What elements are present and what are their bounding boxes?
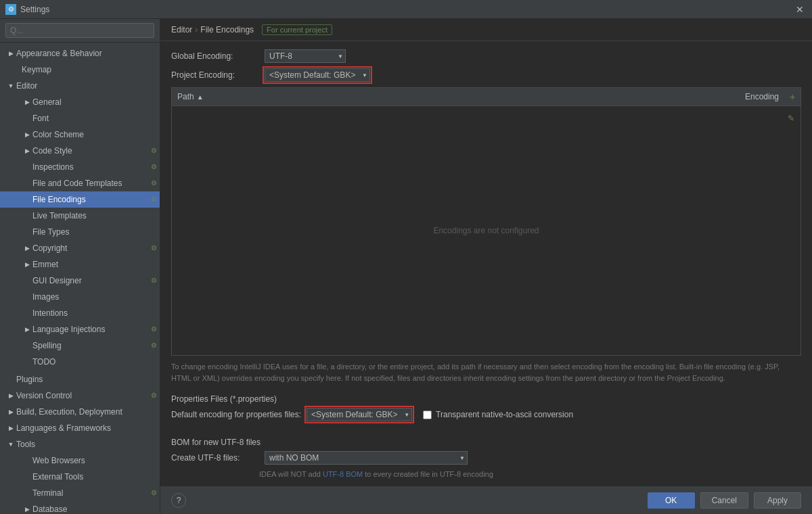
sidebar-item-version-control[interactable]: ▶ Version Control ⚙ [0,388,160,404]
sidebar-item-todo[interactable]: TODO [0,354,160,370]
sidebar-item-web-browsers[interactable]: Web Browsers [0,452,160,469]
nav-tree: ▶ Appearance & Behavior Keymap ▼ Editor … [0,43,160,514]
sidebar-item-label: Live Templates [32,209,160,223]
sidebar-item-label: Plugins [16,373,160,386]
sidebar-item-label: Database [32,503,160,514]
global-encoding-select[interactable]: UTF-8 [265,49,346,63]
arrow-icon: ▶ [5,421,16,435]
sidebar-item-images[interactable]: Images [0,289,160,305]
encodings-table: Path ▲ Encoding + Encodings are not conf… [171,87,801,356]
sidebar-item-gui-designer[interactable]: GUI Designer ⚙ [0,273,160,289]
path-label: Path [177,92,194,101]
sidebar-item-languages-frameworks[interactable]: ▶ Languages & Frameworks [0,420,160,436]
sidebar-item-editor[interactable]: ▼ Editor [0,78,160,94]
sidebar-item-label: Appearance & Behavior [16,47,160,60]
sidebar-item-inspections[interactable]: Inspections ⚙ [0,159,160,175]
sidebar-item-file-types[interactable]: File Types [0,224,160,240]
sidebar-item-label: Font [32,112,160,125]
settings-icon: ⚙ [148,241,160,255]
apply-button[interactable]: Apply [754,492,801,509]
sidebar-item-database[interactable]: ▶ Database [0,501,160,514]
sidebar-item-code-style[interactable]: ▶ Code Style ⚙ [0,143,160,159]
sidebar-item-plugins[interactable]: Plugins [0,371,160,388]
sidebar-item-label: File and Code Templates [32,177,148,190]
path-column-header[interactable]: Path ▲ [172,91,703,103]
sidebar-item-general[interactable]: ▶ General [0,94,160,110]
sidebar-item-language-injections[interactable]: ▶ Language Injections ⚙ [0,321,160,337]
sidebar-item-label: Copyright [32,241,148,255]
settings-content: Global Encoding: UTF-8 Project Encoding:… [160,41,812,486]
search-box [0,19,160,43]
sidebar-item-file-encodings[interactable]: File Encodings ⚙ [0,191,160,208]
sort-arrow-icon: ▲ [197,93,204,101]
properties-encoding-select-wrapper: <System Default: GBK> [307,408,412,421]
arrow-icon: ▶ [5,389,16,402]
properties-encoding-select[interactable]: <System Default: GBK> [307,408,412,421]
sidebar-item-label: Spelling [32,339,148,352]
search-input[interactable] [5,23,154,38]
sidebar-item-label: Terminal [32,486,148,500]
global-encoding-label: Global Encoding: [171,51,259,61]
sidebar-item-label: TODO [32,355,160,369]
settings-icon: ⚙ [148,339,160,352]
sidebar-item-label: Images [32,290,160,304]
sidebar-item-label: Web Browsers [32,454,160,467]
sidebar-item-label: File Types [32,225,160,239]
properties-encoding-row: Default encoding for properties files: <… [171,408,801,421]
properties-section-title: Properties Files (*.properties) [171,394,801,404]
sidebar-item-label: Code Style [32,144,148,158]
sidebar-item-label: Inspections [32,160,148,174]
main-layout: ▶ Appearance & Behavior Keymap ▼ Editor … [0,19,812,514]
sidebar-item-font[interactable]: Font [0,110,160,126]
transparent-checkbox[interactable] [423,411,432,419]
settings-icon: ⚙ [148,389,160,402]
sidebar-item-label: External Tools [32,470,160,484]
sidebar-item-appearance[interactable]: ▶ Appearance & Behavior [0,45,160,62]
edit-button[interactable]: ✎ [784,112,798,125]
title-bar: ⚙ Settings ✕ [0,0,812,19]
project-encoding-select[interactable]: <System Default: GBK> [265,68,370,82]
utf8-bom-link[interactable]: UTF-8 BOM [323,470,363,478]
content-area: Editor › File Encodings For current proj… [160,19,812,514]
info-text: To change encoding IntelliJ IDEA uses fo… [171,361,801,383]
sidebar-item-label: GUI Designer [32,274,148,287]
breadcrumb-parent: Editor [171,25,192,34]
sidebar-item-label: File Encodings [32,193,148,206]
table-header: Path ▲ Encoding + [172,88,800,106]
close-button[interactable]: ✕ [793,3,807,16]
sidebar-item-tools[interactable]: ▼ Tools [0,436,160,452]
arrow-icon: ▶ [22,144,32,158]
bottom-bar: ? OK Cancel Apply [160,486,812,514]
sidebar-item-file-code-templates[interactable]: File and Code Templates ⚙ [0,175,160,191]
sidebar-item-intentions[interactable]: Intentions [0,305,160,321]
settings-icon: ⚙ [148,160,160,174]
project-encoding-row: Project Encoding: <System Default: GBK> [171,68,801,82]
sidebar-item-terminal[interactable]: Terminal ⚙ [0,485,160,501]
sidebar-item-label: Language Injections [32,323,148,336]
sidebar-item-external-tools[interactable]: External Tools [0,469,160,485]
sidebar-item-label: General [32,95,160,109]
sidebar-item-copyright[interactable]: ▶ Copyright ⚙ [0,240,160,256]
arrow-icon: ▶ [22,503,32,514]
arrow-icon: ▶ [22,95,32,109]
add-encoding-button[interactable]: + [784,91,800,102]
breadcrumb-current: File Encodings [200,25,254,34]
arrow-icon: ▶ [22,241,32,255]
cancel-button[interactable]: Cancel [700,492,748,509]
sidebar-item-label: Tools [16,438,160,451]
sidebar: ▶ Appearance & Behavior Keymap ▼ Editor … [0,19,160,514]
help-button[interactable]: ? [171,493,186,508]
settings-icon: ⚙ [148,486,160,500]
global-encoding-row: Global Encoding: UTF-8 [171,49,801,63]
sidebar-item-keymap[interactable]: Keymap [0,62,160,78]
ok-button[interactable]: OK [648,492,695,509]
sidebar-item-spelling[interactable]: Spelling ⚙ [0,337,160,354]
sidebar-item-color-scheme[interactable]: ▶ Color Scheme [0,126,160,143]
sidebar-item-live-templates[interactable]: Live Templates [0,208,160,224]
sidebar-item-emmet[interactable]: ▶ Emmet [0,256,160,273]
bom-select[interactable]: with NO BOM [265,451,468,465]
arrow-icon: ▶ [22,128,32,141]
bom-note-prefix: IDEA will NOT add [259,470,323,478]
sidebar-item-build-exec[interactable]: ▶ Build, Execution, Deployment [0,404,160,420]
sidebar-item-label: Version Control [16,389,148,402]
